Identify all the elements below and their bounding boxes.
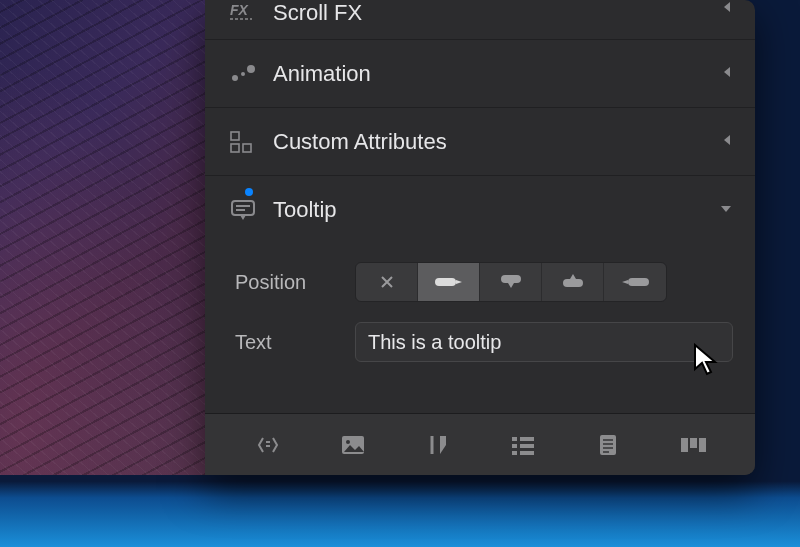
- tooltip-section-body: Position: [205, 244, 755, 404]
- svg-point-18: [346, 440, 350, 444]
- section-label: Scroll FX: [273, 0, 721, 26]
- position-label: Position: [235, 271, 355, 294]
- svg-rect-32: [699, 438, 706, 452]
- svg-rect-24: [520, 451, 534, 455]
- svg-rect-6: [231, 144, 239, 152]
- svg-rect-22: [520, 444, 534, 448]
- svg-rect-20: [520, 437, 534, 441]
- bottom-tab-bar: [205, 413, 755, 475]
- custom-attributes-icon: [223, 131, 263, 153]
- position-field: Position: [235, 262, 733, 302]
- section-label: Custom Attributes: [273, 129, 721, 155]
- svg-point-2: [232, 75, 238, 81]
- tab-list[interactable]: [493, 425, 553, 465]
- tab-style[interactable]: [408, 425, 468, 465]
- expand-arrow-icon: [719, 201, 733, 219]
- position-bottom[interactable]: [480, 263, 542, 301]
- position-segmented-control: [355, 262, 667, 302]
- svg-rect-19: [512, 437, 517, 441]
- animation-icon: [223, 64, 263, 84]
- section-custom-attributes[interactable]: Custom Attributes: [205, 108, 755, 176]
- section-label: Tooltip: [273, 197, 719, 223]
- position-left[interactable]: [604, 263, 666, 301]
- svg-rect-23: [512, 451, 517, 455]
- svg-rect-12: [501, 275, 521, 283]
- section-label: Animation: [273, 61, 721, 87]
- tooltip-icon: [223, 199, 263, 221]
- section-tooltip[interactable]: Tooltip: [205, 176, 755, 244]
- tab-columns[interactable]: [663, 425, 723, 465]
- desktop-wallpaper: [0, 0, 205, 475]
- svg-rect-31: [690, 438, 697, 448]
- svg-rect-14: [628, 278, 649, 286]
- svg-rect-13: [563, 279, 583, 287]
- inspector-panel: FX Scroll FX Animation Cust: [205, 0, 755, 475]
- collapse-arrow-icon: [721, 0, 733, 18]
- svg-rect-21: [512, 444, 517, 448]
- position-top[interactable]: [542, 263, 604, 301]
- text-field: Text: [235, 322, 733, 362]
- tab-document[interactable]: [578, 425, 638, 465]
- section-scroll-fx[interactable]: FX Scroll FX: [205, 0, 755, 40]
- text-label: Text: [235, 331, 355, 354]
- svg-point-3: [241, 72, 245, 76]
- svg-rect-7: [243, 144, 251, 152]
- svg-rect-8: [232, 201, 254, 215]
- position-none[interactable]: [356, 263, 418, 301]
- svg-text:FX: FX: [230, 2, 250, 18]
- svg-point-4: [247, 65, 255, 73]
- collapse-arrow-icon: [721, 133, 733, 151]
- svg-rect-30: [681, 438, 688, 452]
- svg-rect-11: [435, 278, 456, 286]
- section-animation[interactable]: Animation: [205, 40, 755, 108]
- svg-rect-5: [231, 132, 239, 140]
- position-right[interactable]: [418, 263, 480, 301]
- tab-image[interactable]: [323, 425, 383, 465]
- tab-code[interactable]: [238, 425, 298, 465]
- tooltip-text-input[interactable]: [355, 322, 733, 362]
- collapse-arrow-icon: [721, 65, 733, 83]
- scroll-fx-icon: FX: [223, 0, 263, 20]
- section-modified-indicator: [245, 188, 253, 196]
